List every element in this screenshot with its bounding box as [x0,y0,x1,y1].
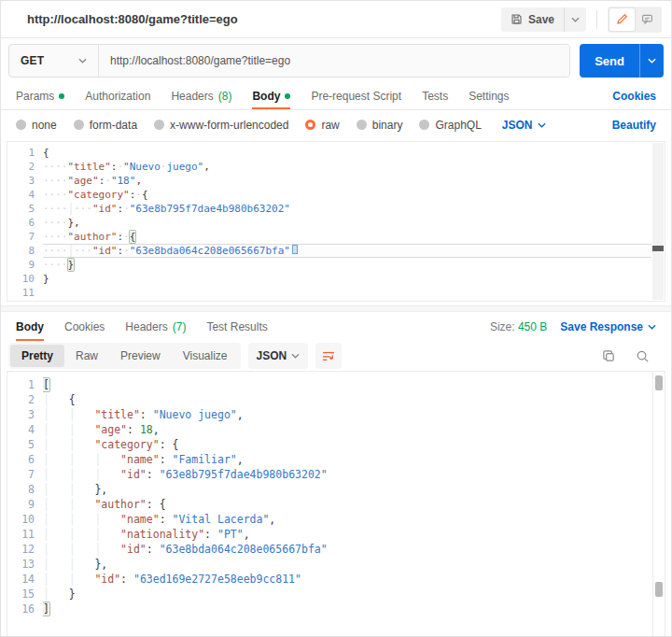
body-type-graphql[interactable]: GraphQL [419,119,481,132]
code-line[interactable]: ····"title":·"Nuevo·juego", [43,160,651,174]
code-token: }, [68,217,80,229]
line-number: 13 [7,557,35,572]
code-line[interactable]: │ │ }, [43,557,651,572]
method-label: GET [21,54,44,67]
body-type-x-www-form-urlencoded[interactable]: x-www-form-urlencoded [154,119,288,132]
code-line[interactable]: │ } [43,587,651,602]
code-line[interactable]: { [43,146,651,160]
code-line[interactable]: │ │ │ "name": "Familiar", [43,452,651,467]
code-token: · [135,189,142,201]
code-line[interactable]: │ │ │ "id": "63e8b795f7dae4b980b63202" [43,467,651,482]
code-line[interactable]: ····}, [43,216,651,230]
code-line[interactable]: ····│···"id":·"63e8bda064c208e065667bfa" [43,244,651,258]
scrollbar-thumb[interactable] [655,375,663,390]
view-tab-visualize[interactable]: Visualize [172,345,239,367]
code-token: "63e8b795f7dae4b980b63202" [160,468,328,481]
body-type-form-data[interactable]: form-data [74,119,137,132]
code-line[interactable]: │ │ "category": { [43,437,651,452]
code-line[interactable]: ····"category":·{ [43,188,651,202]
request-editor-gutter: 1234567891011 [7,146,43,301]
chevron-down-icon [648,324,656,330]
save-button[interactable]: Save [501,7,564,32]
view-tab-preview[interactable]: Preview [109,345,172,367]
code-token: }, [94,483,107,496]
wrap-lines-button[interactable] [315,343,342,369]
code-token: ··· [74,203,92,215]
save-response-button[interactable]: Save Response [560,320,656,333]
view-tab-raw[interactable]: Raw [64,345,109,367]
body-language-select[interactable]: JSON [502,119,546,132]
tab-authorization[interactable]: Authorization [85,83,150,109]
code-line[interactable]: ····"author":·{ [43,230,651,244]
request-editor-code[interactable]: {····"title":·"Nuevo·juego",····"age":·"… [43,146,665,301]
code-line[interactable]: │ │ │ "id": "63e8bda064c208e065667bfa" [43,542,651,557]
save-options-button[interactable] [564,7,586,32]
chevron-down-icon [648,58,656,64]
edit-button[interactable] [609,8,635,31]
code-token: "id" [92,245,118,257]
scrollbar-thumb[interactable] [652,246,664,251]
body-type-binary[interactable]: binary [357,119,403,132]
body-type-label: binary [372,119,403,132]
line-number: 1 [7,146,35,160]
copy-response-button[interactable] [598,346,619,366]
response-editor-code[interactable]: [│ {│ │ "title": "Nuevo juego",│ │ "age"… [43,377,665,637]
response-tab-cookies[interactable]: Cookies [64,312,105,341]
code-token: "title" [68,161,111,173]
response-meta: Size: 450 B Save Response [490,320,656,333]
code-token: , [269,513,275,526]
code-line[interactable]: │ │ │ "nationality": "PT", [43,527,651,542]
code-line[interactable]: [ [43,377,651,392]
tab-headers[interactable]: Headers(8) [171,83,231,109]
response-language-select[interactable]: JSON [248,343,309,369]
view-tab-pretty[interactable]: Pretty [10,345,64,367]
code-line[interactable]: │ │ "age": 18, [43,422,651,437]
code-token: , [135,175,142,187]
code-token: "category" [94,438,159,451]
response-editor-scrollbar[interactable] [652,373,664,637]
code-token: "author" [68,231,118,243]
body-type-raw[interactable]: raw [305,119,339,132]
code-line[interactable] [43,286,651,300]
section-divider [1,305,671,312]
code-line[interactable]: │ { [43,392,651,407]
code-line[interactable]: } [43,272,651,286]
send-options-button[interactable] [639,44,664,78]
code-token: ···· [43,259,68,271]
method-select[interactable]: GET [9,45,99,77]
tab-pre-request-script[interactable]: Pre-request Script [311,83,401,109]
code-line[interactable]: ] [43,602,651,616]
send-button[interactable]: Send [580,44,639,78]
request-body-editor[interactable]: 1234567891011 {····"title":·"Nuevo·juego… [7,141,665,302]
code-line[interactable]: ····} [43,258,651,272]
tab-settings[interactable]: Settings [469,83,509,109]
code-line[interactable]: │ │ "id": "63ed169e2727e58eeb9cc811" [43,572,651,587]
response-tab-test-results[interactable]: Test Results [206,312,267,341]
comment-button[interactable] [635,8,660,31]
code-token: "title" [94,408,139,421]
cookies-link[interactable]: Cookies [612,90,656,103]
response-tab-headers[interactable]: Headers(7) [125,312,186,341]
chevron-down-icon [538,122,546,128]
response-size: Size: 450 B [490,320,547,333]
tab-params[interactable]: Params [16,83,64,109]
request-editor-scrollbar[interactable] [652,143,664,300]
code-line[interactable]: ····│···"id":·"63e8b795f7dae4b980b63202" [43,202,651,216]
code-line[interactable]: ····"age":·"18", [43,174,651,188]
code-line[interactable]: │ │ │ "name": "Vital Lacerda", [43,512,651,527]
body-type-none[interactable]: none [16,119,57,132]
code-line[interactable]: │ │ }, [43,482,651,497]
beautify-link[interactable]: Beautify [612,119,656,132]
code-line[interactable]: │ │ "title": "Nuevo juego", [43,407,651,422]
code-token: , [203,161,210,173]
response-tab-body[interactable]: Body [16,312,44,341]
url-input[interactable] [99,45,569,77]
search-response-button[interactable] [632,346,652,366]
modified-dot [285,93,290,99]
code-token: "63e8bda064c208e065667bfa" [130,245,290,257]
tab-tests[interactable]: Tests [422,83,448,109]
tab-body[interactable]: Body [252,83,290,109]
response-body-editor[interactable]: 12345678910111213141516 [│ {│ │ "title":… [7,371,665,637]
code-token: } [43,273,49,285]
code-line[interactable]: │ │ "author": { [43,497,651,512]
